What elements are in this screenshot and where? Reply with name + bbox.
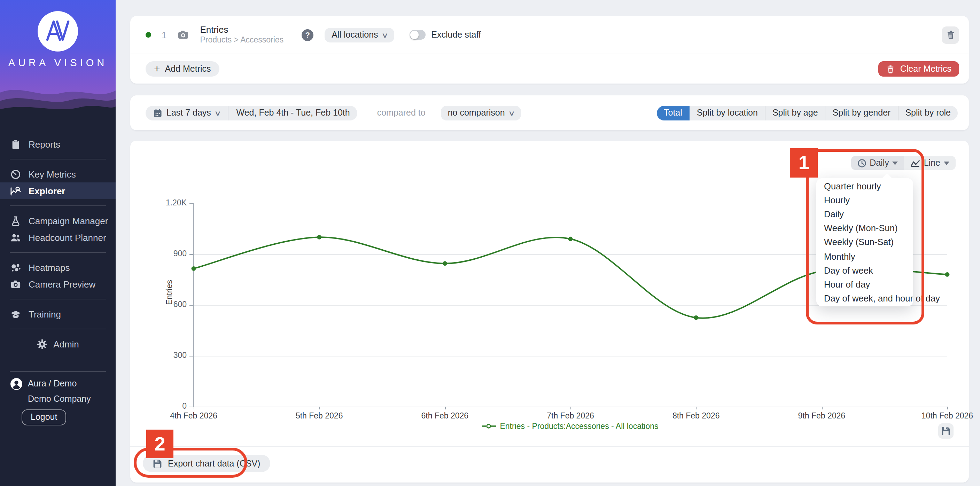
- compared-to-label: compared to: [377, 108, 426, 118]
- toggle-knob: [410, 31, 418, 39]
- interval-menu-item[interactable]: Day of week, and hour of day: [816, 291, 913, 305]
- sidebar-item-label: Explorer: [29, 186, 65, 196]
- sidebar-item-reports[interactable]: Reports: [0, 136, 116, 152]
- sidebar-item-training[interactable]: Training: [0, 306, 116, 322]
- location-selector[interactable]: All locations ∨: [325, 27, 394, 42]
- graduation-cap-icon: [10, 308, 22, 319]
- sidebar-divider: [10, 329, 106, 329]
- split-option-button[interactable]: Split by gender: [826, 105, 899, 120]
- x-axis-tick-label: 9th Feb 2026: [780, 411, 863, 420]
- x-axis-tick: [194, 407, 194, 410]
- split-option-button[interactable]: Split by role: [898, 105, 958, 120]
- clipboard-icon: [10, 138, 22, 150]
- calendar-icon: [153, 108, 162, 118]
- sidebar-divider: [10, 299, 106, 299]
- sidebar-item-camera-preview[interactable]: Camera Preview: [0, 276, 116, 292]
- exclude-staff-toggle[interactable]: [410, 30, 426, 40]
- save-chart-image-button[interactable]: [938, 423, 953, 438]
- sidebar: AURA VISION Reports Key Metrics: [0, 0, 116, 486]
- y-axis-tick-label: 1.20K: [150, 199, 187, 207]
- x-axis-tick: [821, 407, 822, 410]
- sidebar-item-label: Heatmaps: [29, 262, 70, 273]
- y-axis-tick: [189, 305, 194, 305]
- interval-menu-item[interactable]: Daily: [816, 207, 913, 221]
- legend-item[interactable]: Entries - Products:Accessories - All loc…: [193, 422, 947, 430]
- chart-controls: Daily Line: [851, 156, 956, 170]
- split-option-button[interactable]: Total: [657, 105, 690, 120]
- sidebar-item-explorer[interactable]: Explorer: [0, 183, 116, 199]
- interval-menu-item[interactable]: Hourly: [816, 193, 913, 207]
- sidebar-item-heatmaps[interactable]: Heatmaps: [0, 259, 116, 276]
- sidebar-item-label: Key Metrics: [29, 169, 76, 179]
- interval-menu-item[interactable]: Weekly (Mon-Sun): [816, 221, 913, 235]
- sidebar-item-key-metrics[interactable]: Key Metrics: [0, 166, 116, 183]
- interval-select[interactable]: Daily: [851, 156, 904, 170]
- sidebar-footer: Aura / Demo Demo Company Logout: [0, 371, 116, 426]
- interval-menu-item[interactable]: Hour of day: [816, 278, 913, 291]
- range-preset-select[interactable]: Last 7 days ∨: [146, 105, 228, 120]
- chart-type-value: Line: [924, 158, 940, 168]
- account-org: Aura / Demo: [28, 380, 91, 389]
- filter-card: Last 7 days ∨ Wed, Feb 4th - Tue, Feb 10…: [130, 95, 969, 130]
- interval-menu-item[interactable]: Monthly: [816, 249, 913, 263]
- interval-menu-item[interactable]: Quarter hourly: [816, 179, 913, 193]
- interval-value: Daily: [870, 158, 889, 168]
- y-axis-tick: [189, 406, 194, 407]
- help-icon[interactable]: ?: [302, 29, 313, 41]
- interval-menu-item[interactable]: Weekly (Sun-Sat): [816, 235, 913, 249]
- add-metrics-button[interactable]: + Add Metrics: [146, 61, 220, 76]
- chart-type-select[interactable]: Line: [904, 156, 956, 170]
- logout-button[interactable]: Logout: [22, 410, 66, 426]
- x-axis-tick-label: 8th Feb 2026: [654, 411, 738, 420]
- y-axis-tick: [189, 254, 194, 254]
- split-option-button[interactable]: Split by age: [765, 105, 826, 120]
- metric-name-block[interactable]: Entries Products > Accessories: [200, 25, 283, 44]
- sidebar-item-label: Headcount Planner: [29, 232, 106, 243]
- sidebar-item-label: Campaign Manager: [29, 216, 108, 226]
- split-option-button[interactable]: Split by location: [690, 105, 765, 120]
- sidebar-item-campaign-manager[interactable]: Campaign Manager: [0, 212, 116, 229]
- x-axis-tick-label: 4th Feb 2026: [152, 411, 235, 420]
- heatmap-icon: [10, 262, 22, 273]
- avatar: [10, 378, 22, 390]
- location-selector-value: All locations: [331, 30, 378, 40]
- sidebar-item-label: Admin: [53, 339, 79, 349]
- range-dates-value: Wed, Feb 4th - Tue, Feb 10th: [237, 108, 350, 118]
- caret-down-icon: [944, 161, 949, 165]
- sidebar-item-headcount-planner[interactable]: Headcount Planner: [0, 229, 116, 246]
- comparison-value: no comparison: [448, 108, 505, 118]
- chevron-down-icon: ∨: [214, 109, 221, 117]
- y-axis-tick-label: 0: [150, 402, 187, 410]
- range-dates[interactable]: Wed, Feb 4th - Tue, Feb 10th: [228, 105, 358, 120]
- delete-metric-button[interactable]: [942, 26, 959, 43]
- chevron-down-icon: ∨: [508, 109, 515, 117]
- x-axis-tick: [570, 407, 571, 410]
- x-axis-tick: [947, 407, 948, 410]
- y-axis-tick-label: 600: [150, 300, 187, 308]
- save-floppy-icon: [153, 459, 162, 468]
- sidebar-item-label: Training: [29, 309, 61, 319]
- y-axis-tick: [189, 203, 194, 204]
- sidebar-divider: [10, 371, 106, 372]
- account-company: Demo Company: [28, 395, 91, 404]
- y-axis-tick-label: 900: [150, 249, 187, 257]
- sidebar-item-admin[interactable]: Admin: [0, 336, 116, 352]
- annotation-badge-step1: 1: [790, 148, 818, 178]
- metric-index: 1: [162, 30, 167, 40]
- logo-monogram-icon: [38, 11, 78, 51]
- app-window: AURA VISION Reports Key Metrics: [0, 0, 980, 486]
- interval-menu-items: Quarter hourlyHourlyDailyWeekly (Mon-Sun…: [816, 179, 913, 305]
- legend-line-marker: [482, 423, 496, 429]
- sidebar-nav: Reports Key Metrics Explorer Camp: [0, 136, 116, 352]
- clear-metrics-button[interactable]: Clear Metrics: [879, 61, 959, 76]
- y-axis-tick-label: 300: [150, 351, 187, 359]
- x-axis-tick-label: 6th Feb 2026: [403, 411, 487, 420]
- trash-icon: [886, 64, 896, 73]
- comparison-select[interactable]: no comparison ∨: [441, 105, 521, 120]
- sidebar-divider: [10, 159, 106, 159]
- camera-icon: [10, 278, 22, 290]
- interval-menu-item[interactable]: Day of week: [816, 263, 913, 277]
- sidebar-hero: AURA VISION: [0, 0, 116, 115]
- chevron-down-icon: ∨: [381, 31, 389, 39]
- exclude-staff-label: Exclude staff: [431, 30, 481, 40]
